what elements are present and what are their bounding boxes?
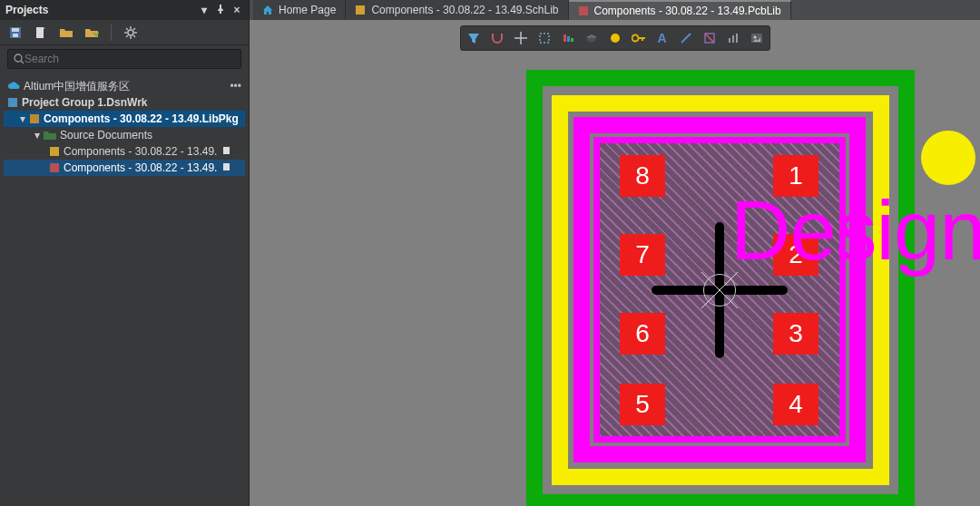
svg-point-33	[632, 35, 638, 42]
cloud-workspace-row[interactable]: Altium中国增值服务区 •••	[4, 78, 245, 94]
pin-icon	[216, 5, 225, 14]
svg-rect-19	[223, 147, 230, 154]
pkg-icon	[29, 113, 40, 124]
image-icon[interactable]	[746, 28, 768, 48]
panel-pin-icon[interactable]	[214, 4, 227, 16]
svg-line-15	[21, 61, 24, 63]
svg-rect-1	[12, 28, 19, 32]
open-marker-icon	[222, 145, 231, 158]
svg-rect-21	[223, 163, 230, 170]
pad-6[interactable]: 6	[620, 313, 665, 355]
workspace-label: Project Group 1.DsnWrk	[22, 96, 147, 109]
panel-title: Projects	[5, 4, 48, 16]
save-icon[interactable]	[7, 24, 24, 41]
collapse-icon[interactable]: ▾	[34, 129, 40, 141]
svg-point-14	[15, 54, 22, 62]
search-input[interactable]	[24, 53, 235, 65]
folder-arrow-icon[interactable]	[83, 24, 100, 41]
line-icon[interactable]	[675, 28, 697, 48]
svg-marker-31	[586, 37, 597, 43]
workspace-icon	[7, 97, 18, 108]
tab-pcblib[interactable]: Components - 30.08.22 - 13.49.PcbLib	[569, 0, 791, 20]
highlight-yellow-icon[interactable]	[604, 28, 626, 48]
folder-open-icon[interactable]	[58, 24, 74, 41]
tab-schlib[interactable]: Components - 30.08.22 - 13.49.SchLib	[346, 0, 568, 20]
source-folder-row[interactable]: ▾ Source Documents	[4, 127, 245, 143]
libpkg-label: Components - 30.08.22 - 13.49.LibPkg	[44, 112, 239, 125]
search-icon	[14, 54, 24, 64]
selection-icon[interactable]	[534, 28, 555, 48]
pad-7[interactable]: 7	[620, 234, 665, 276]
align-icon[interactable]	[557, 28, 579, 48]
cloud-label: Altium中国增值服务区	[24, 79, 130, 94]
tab-home-label: Home Page	[279, 4, 336, 16]
workspace-row[interactable]: Project Group 1.DsnWrk	[4, 94, 245, 111]
pad-5[interactable]: 5	[620, 384, 665, 425]
open-marker-icon	[222, 161, 231, 174]
crosshair-icon[interactable]	[510, 28, 532, 48]
svg-rect-41	[736, 34, 738, 43]
folder-icon	[44, 131, 56, 140]
svg-rect-40	[732, 35, 734, 43]
layer-3d-icon[interactable]	[581, 28, 603, 48]
panel-close-icon[interactable]: ×	[230, 4, 243, 16]
snap-icon[interactable]	[486, 28, 508, 48]
dimension-icon[interactable]	[699, 28, 720, 48]
svg-point-32	[611, 34, 620, 43]
pin-one-marker	[921, 131, 975, 185]
svg-rect-26	[540, 34, 549, 43]
svg-rect-22	[356, 5, 365, 15]
tab-home[interactable]: Home Page	[253, 0, 346, 20]
svg-rect-2	[13, 34, 18, 37]
text-icon[interactable]: A	[652, 28, 673, 48]
designator-text: Designator	[730, 183, 980, 278]
svg-line-11	[133, 35, 135, 37]
pad-8[interactable]: 8	[620, 155, 665, 197]
document-tabs: Home Page Components - 30.08.22 - 13.49.…	[250, 0, 980, 20]
chart-icon[interactable]	[722, 28, 744, 48]
libpkg-row[interactable]: ▾ Components - 30.08.22 - 13.49.LibPkg	[4, 111, 245, 127]
pad-3[interactable]: 3	[773, 313, 818, 355]
svg-rect-17	[30, 114, 39, 123]
svg-line-38	[705, 34, 714, 43]
editor-area: Home Page Components - 30.08.22 - 13.49.…	[250, 0, 980, 506]
svg-rect-16	[8, 98, 17, 107]
svg-rect-20	[50, 163, 59, 172]
source-folder-label: Source Documents	[60, 129, 152, 141]
svg-point-5	[128, 30, 133, 35]
projects-panel: Projects ▾ × Altium中国增值服务区	[0, 0, 250, 506]
svg-rect-39	[729, 38, 730, 43]
collapse-icon[interactable]: ▾	[20, 112, 25, 125]
gear-icon[interactable]	[122, 24, 139, 41]
new-file-icon[interactable]	[33, 24, 49, 41]
panel-dropdown-icon[interactable]: ▾	[198, 4, 211, 16]
svg-rect-28	[567, 36, 570, 42]
svg-point-43	[753, 36, 756, 39]
search-box[interactable]	[7, 49, 241, 69]
svg-rect-3	[36, 27, 44, 38]
pcblib-icon	[578, 5, 589, 16]
schlib-icon	[49, 146, 60, 157]
panel-toolbar	[0, 20, 249, 45]
key-icon[interactable]	[628, 28, 650, 48]
tab-pcblib-label: Components - 30.08.22 - 13.49.PcbLib	[594, 5, 781, 17]
pcblib-row[interactable]: Components - 30.08.22 - 13.49.	[4, 160, 245, 176]
cloud-icon	[7, 82, 20, 91]
tab-schlib-label: Components - 30.08.22 - 13.49.SchLib	[371, 4, 558, 16]
schlib-icon	[355, 5, 366, 15]
svg-rect-18	[50, 147, 59, 156]
project-tree: Altium中国增值服务区 ••• Project Group 1.DsnWrk…	[0, 73, 249, 176]
pcblib-label: Components - 30.08.22 - 13.49.	[64, 161, 217, 174]
pcb-canvas[interactable]: A 81726354	[250, 20, 980, 506]
svg-rect-23	[579, 6, 588, 15]
filter-icon[interactable]	[463, 28, 485, 48]
overflow-icon[interactable]: •••	[230, 80, 241, 92]
schlib-label: Components - 30.08.22 - 13.49.	[64, 145, 217, 158]
pad-4[interactable]: 4	[773, 384, 818, 425]
schlib-row[interactable]: Components - 30.08.22 - 13.49.	[4, 143, 245, 160]
svg-rect-29	[571, 38, 573, 42]
pcblib-icon	[49, 162, 60, 173]
svg-line-10	[126, 28, 128, 30]
svg-line-36	[681, 34, 691, 43]
canvas-toolbar: A	[460, 25, 770, 51]
